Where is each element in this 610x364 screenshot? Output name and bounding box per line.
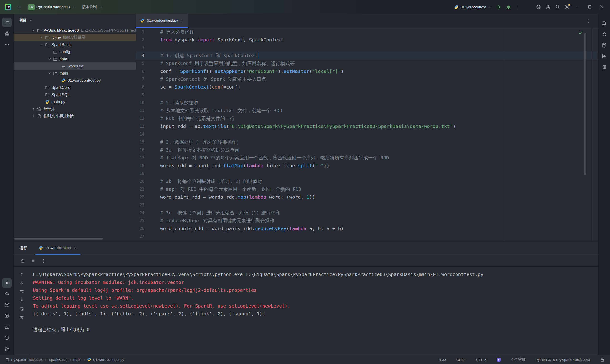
status-item[interactable]: CRLF [456, 358, 466, 362]
sciview-plots-icon[interactable] [599, 52, 609, 61]
chevron-right-icon[interactable] [30, 114, 36, 118]
tree-item[interactable]: main.py [14, 98, 136, 105]
chevron-down-icon[interactable] [47, 71, 52, 75]
tree-item[interactable]: 外部库 [14, 105, 136, 112]
code-line[interactable]: 4# 1. 创建 SparkConf 和 SparkContext [136, 52, 598, 60]
tree-item[interactable]: SparkBasis [14, 41, 136, 48]
code-line[interactable]: 10# 2. 读取数据源 [136, 99, 598, 107]
tool-structure-icon[interactable] [2, 29, 12, 38]
tool-run-icon[interactable] [2, 278, 12, 288]
status-item[interactable]: 4:33 [439, 358, 446, 362]
tree-item[interactable]: .venvlibrary根目录 [14, 34, 136, 41]
editor-options-button[interactable] [584, 17, 592, 25]
documentation-icon[interactable] [599, 62, 609, 72]
chevron-right-icon[interactable] [30, 107, 36, 111]
run-console-tab[interactable]: 01.wordconttest [35, 241, 80, 255]
code-line[interactable]: 19 [136, 169, 598, 178]
main-menu-button[interactable] [15, 3, 23, 11]
code-line[interactable]: 5# SparkConf 用于设置应用的配置，如应用名称、运行模式等 [136, 60, 598, 67]
minimize-button[interactable] [572, 2, 584, 12]
sync-icon[interactable] [599, 29, 609, 39]
run-panel-title[interactable]: 运行 [20, 241, 27, 255]
tool-python-console-icon[interactable] [2, 289, 12, 299]
stop-button[interactable] [29, 257, 37, 265]
code-line[interactable]: 11# 从本地文件系统读取 text.txt 文件，创建一个 RDD [136, 107, 598, 115]
run-configuration-widget[interactable]: 01.wordconttest [452, 3, 494, 11]
code-line[interactable]: 18words_rdd = input_rdd.flatMap(lambda l… [136, 162, 598, 169]
code-line[interactable]: 9 [136, 91, 598, 99]
tree-horizontal-scrollbar[interactable] [14, 238, 103, 240]
tree-item[interactable]: PySparkPractice03E:\BigData\Spark\PySpar… [14, 27, 136, 34]
scroll-to-end-button[interactable] [18, 297, 26, 304]
tool-project-icon[interactable] [2, 18, 12, 27]
close-tab-icon[interactable] [74, 246, 77, 249]
chevron-down-icon[interactable] [39, 43, 44, 46]
project-panel-header[interactable]: 项目 [14, 14, 136, 27]
code-line[interactable]: 7# SparkContext 是 Spark 功能的主要入口点 [136, 75, 598, 83]
code-line[interactable]: 2from pyspark import SparkConf, SparkCon… [136, 36, 598, 44]
console-more-button[interactable] [39, 257, 48, 265]
lock-icon[interactable] [600, 357, 605, 362]
chevron-right-icon[interactable] [39, 36, 44, 39]
breadcrumb-item[interactable]: 01.wordconttest.py [87, 358, 124, 362]
more-actions-button[interactable] [513, 3, 523, 11]
close-tab-icon[interactable] [180, 19, 183, 22]
debug-button[interactable] [504, 3, 513, 11]
console-output[interactable]: E:\BigData\Spark\PySparkPractice\PySpark… [30, 267, 598, 355]
code-line[interactable]: 3 [136, 44, 598, 52]
code-line[interactable]: 12# RDD 中的每个元素是文件的一行 [136, 115, 598, 122]
tree-item[interactable]: config [14, 48, 136, 55]
tree-item[interactable]: SparkSQL [14, 91, 136, 98]
next-occurrence-button[interactable] [18, 279, 26, 286]
breadcrumb-item[interactable]: main [73, 358, 81, 362]
status-item[interactable]: UTF-8 [476, 358, 486, 362]
code-line[interactable]: 13input_rdd = sc.textFile("E:\BigData\Sp… [136, 122, 598, 130]
code-line[interactable]: 17# flatMap: 对 RDD 中的每个元素应用一个函数，该函数返回一个序… [136, 154, 598, 162]
inspections-ok-icon[interactable] [578, 30, 583, 36]
tool-terminal-icon[interactable] [2, 322, 12, 332]
rerun-button[interactable] [19, 257, 27, 265]
editor-vertical-scrollbar[interactable] [584, 33, 586, 175]
soft-wrap-button[interactable] [18, 288, 26, 295]
code-line[interactable]: 21# map: 对 RDD 中的每个元素应用一个函数，返回一个新的 RDD [136, 185, 598, 193]
prev-occurrence-button[interactable] [18, 271, 26, 278]
clear-all-button[interactable] [18, 314, 26, 321]
search-everywhere-button[interactable] [553, 3, 562, 11]
maximize-button[interactable] [584, 2, 596, 12]
tree-item[interactable]: data [14, 55, 136, 62]
code-line[interactable]: 1# 导入必要的库 [136, 28, 598, 36]
tool-more-icon[interactable] [2, 39, 12, 49]
chevron-down-icon[interactable] [47, 57, 52, 61]
project-widget[interactable]: PS PySparkPractice03 [27, 3, 78, 11]
plugin-status-icon[interactable] [496, 357, 501, 362]
code-editor[interactable]: 1# 导入必要的库2from pyspark import SparkConf,… [136, 28, 598, 241]
run-button[interactable] [494, 3, 504, 11]
tool-python-packages-icon[interactable] [2, 300, 12, 310]
code-line[interactable]: 20# 3b. 将每个单词映射成（单词, 1）的键值对 [136, 178, 598, 185]
code-line[interactable]: 22word_pairs_rdd = words_rdd.map(lambda … [136, 193, 598, 201]
chevron-down-icon[interactable] [30, 28, 36, 32]
breadcrumb-item[interactable]: PySparkPractice03 [5, 358, 43, 362]
breadcrumb-item[interactable]: SparkBasis [49, 358, 67, 362]
ai-assistant-button[interactable] [534, 3, 543, 11]
tree-item[interactable]: SparkCore [14, 84, 136, 91]
close-button[interactable] [596, 2, 608, 12]
print-button[interactable] [18, 305, 26, 312]
code-line[interactable]: 8sc = SparkContext(conf=conf) [136, 83, 598, 91]
tool-services-icon[interactable] [2, 311, 12, 321]
code-line[interactable]: 16# 3a. 将每行文本按空格拆分成单词 [136, 146, 598, 154]
code-line[interactable]: 24# 3c. 按键（单词）进行分组聚合，对值（1）进行求和 [136, 209, 598, 217]
code-line[interactable]: 23 [136, 201, 598, 209]
editor-tab[interactable]: 01.wordconttest.py [136, 14, 188, 28]
tree-item[interactable]: 临时文件和控制台 [14, 112, 136, 120]
status-item[interactable]: 4 个空格 [511, 357, 525, 362]
code-line[interactable]: 14 [136, 130, 598, 138]
notifications-icon[interactable] [599, 19, 609, 28]
code-line[interactable]: 6conf = SparkConf().setAppName("WordCoun… [136, 67, 598, 75]
code-line[interactable]: 25# reduceByKey: 对具有相同键的元素进行聚合操作 [136, 217, 598, 225]
vcs-widget[interactable]: 版本控制 [81, 3, 104, 11]
database-icon[interactable] [599, 40, 609, 50]
status-item[interactable]: Python 3.10 (PySparkPractice03) [535, 358, 590, 362]
tree-item[interactable]: words.txt [14, 62, 136, 70]
tree-item[interactable]: 01.wordconttest.py [14, 77, 136, 84]
